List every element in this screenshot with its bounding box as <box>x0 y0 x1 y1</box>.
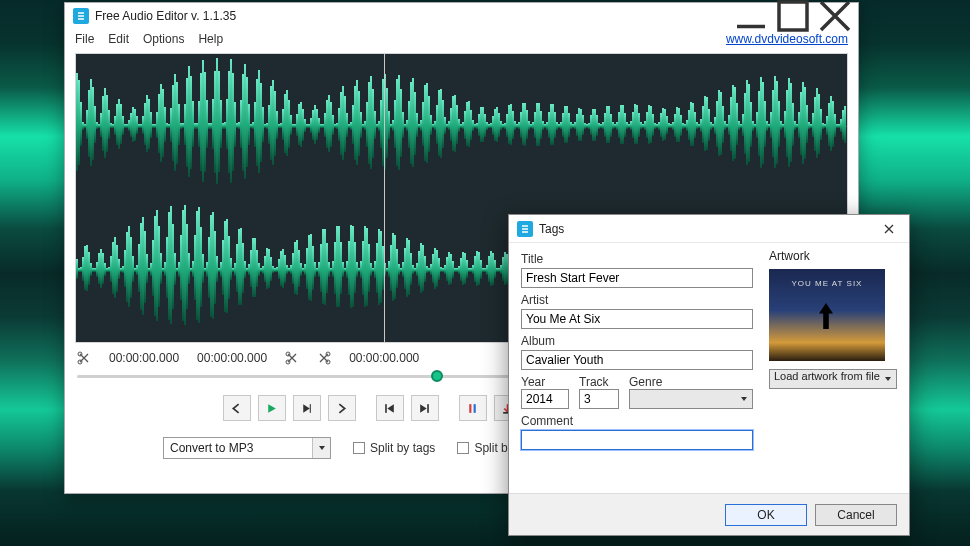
slider-thumb[interactable] <box>431 370 443 382</box>
window-title: Free Audio Editor v. 1.1.35 <box>95 9 236 23</box>
titlebar: Free Audio Editor v. 1.1.35 <box>65 3 858 29</box>
play-button[interactable] <box>258 395 286 421</box>
svg-rect-10 <box>469 404 471 413</box>
genre-value <box>630 390 736 408</box>
year-field[interactable] <box>521 389 569 409</box>
track-field[interactable] <box>579 389 619 409</box>
artist-label: Artist <box>521 293 753 307</box>
dialog-footer: OK Cancel <box>509 493 909 535</box>
play-selection-button[interactable] <box>293 395 321 421</box>
split-by-tags-checkbox[interactable]: Split by tags <box>353 441 435 455</box>
title-field[interactable] <box>521 268 753 288</box>
svg-rect-0 <box>779 2 807 30</box>
comment-label: Comment <box>521 414 753 428</box>
convert-format-select[interactable]: Convert to MP3 <box>163 437 331 459</box>
selection-start-time: 00:00:00.000 <box>109 351 179 365</box>
skip-end-button[interactable] <box>411 395 439 421</box>
svg-rect-7 <box>310 404 311 413</box>
scissors-icon <box>77 351 91 365</box>
ok-button[interactable]: OK <box>725 504 807 526</box>
title-label: Title <box>521 252 753 266</box>
skip-start-button[interactable] <box>376 395 404 421</box>
tags-dialog: Tags Title Artist Album Year Track Genre <box>508 214 910 536</box>
artist-field[interactable] <box>521 309 753 329</box>
year-label: Year <box>521 375 569 389</box>
menu-edit[interactable]: Edit <box>108 32 129 46</box>
load-artwork-select[interactable]: Load artwork from file... <box>769 369 897 389</box>
dialog-app-icon <box>517 221 533 237</box>
scissors-left-icon <box>285 351 299 365</box>
pause-button[interactable] <box>459 395 487 421</box>
split-tags-label: Split by tags <box>370 441 435 455</box>
cursor-time: 00:00:00.000 <box>349 351 419 365</box>
minimize-button[interactable] <box>730 3 772 29</box>
menubar: File Edit Options Help www.dvdvideosoft.… <box>65 29 858 49</box>
chevron-down-icon <box>736 390 752 408</box>
artwork-text: YOU ME AT SIX <box>769 279 885 288</box>
genre-label: Genre <box>629 375 753 389</box>
svg-rect-11 <box>474 404 476 413</box>
chevron-down-icon <box>880 370 896 388</box>
artwork-preview[interactable]: YOU ME AT SIX <box>769 269 885 361</box>
artwork-label: Artwork <box>769 249 897 263</box>
comment-field[interactable] <box>521 430 753 450</box>
playhead-cursor[interactable] <box>384 54 385 342</box>
selection-end-time: 00:00:00.000 <box>197 351 267 365</box>
track-label: Track <box>579 375 619 389</box>
convert-format-label: Convert to MP3 <box>164 441 312 455</box>
menu-options[interactable]: Options <box>143 32 184 46</box>
step-forward-button[interactable] <box>328 395 356 421</box>
dialog-title: Tags <box>539 222 871 236</box>
dialog-close-button[interactable] <box>871 215 907 243</box>
checkbox-icon <box>353 442 365 454</box>
menu-help[interactable]: Help <box>198 32 223 46</box>
cancel-button[interactable]: Cancel <box>815 504 897 526</box>
genre-select[interactable] <box>629 389 753 409</box>
dialog-titlebar: Tags <box>509 215 909 243</box>
checkbox-icon <box>457 442 469 454</box>
svg-rect-8 <box>385 404 387 413</box>
maximize-button[interactable] <box>772 3 814 29</box>
album-field[interactable] <box>521 350 753 370</box>
website-link[interactable]: www.dvdvideosoft.com <box>726 32 848 46</box>
scissors-right-icon <box>317 351 331 365</box>
close-button[interactable] <box>814 3 856 29</box>
step-back-button[interactable] <box>223 395 251 421</box>
chevron-down-icon <box>312 438 330 458</box>
svg-rect-9 <box>427 404 429 413</box>
app-icon <box>73 8 89 24</box>
album-label: Album <box>521 334 753 348</box>
load-artwork-label: Load artwork from file... <box>770 370 880 388</box>
menu-file[interactable]: File <box>75 32 94 46</box>
